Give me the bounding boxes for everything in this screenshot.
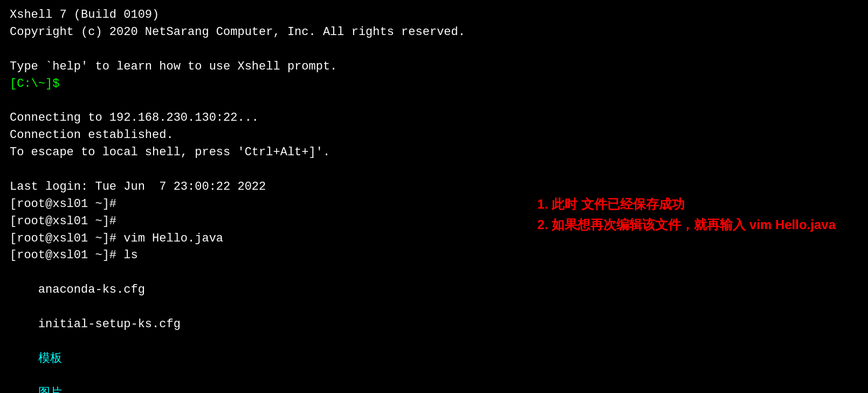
annotation-box: 1. 此时 文件已经保存成功 2. 如果想再次编辑该文件，就再输入 vim He… — [538, 194, 836, 236]
connect-line1: Connecting to 192.168.230.130:22... — [10, 109, 858, 127]
copyright-line: Copyright (c) 2020 NetSarang Computer, I… — [10, 24, 858, 41]
local-prompt: [C:\~]$ — [10, 75, 858, 93]
annotation-line2: 2. 如果想再次编辑该文件，就再输入 vim Hello.java — [538, 215, 836, 235]
prompt4: [root@xsl01 ~]# ls — [10, 247, 858, 264]
title-line: Xshell 7 (Build 0109) — [10, 6, 858, 24]
last-login: Last login: Tue Jun 7 23:00:22 2022 — [10, 178, 858, 196]
connect-line3: To escape to local shell, press 'Ctrl+Al… — [10, 144, 858, 161]
connect-line2: Connection established. — [10, 127, 858, 144]
help-line: Type `help' to learn how to use Xshell p… — [10, 58, 858, 75]
terminal-window: Xshell 7 (Build 0109) Copyright (c) 2020… — [0, 0, 868, 393]
ls-output-line1: anaconda-ks.cfg initial-setup-ks.cfg 模板 … — [10, 264, 858, 393]
annotation-line1: 1. 此时 文件已经保存成功 — [538, 194, 836, 215]
